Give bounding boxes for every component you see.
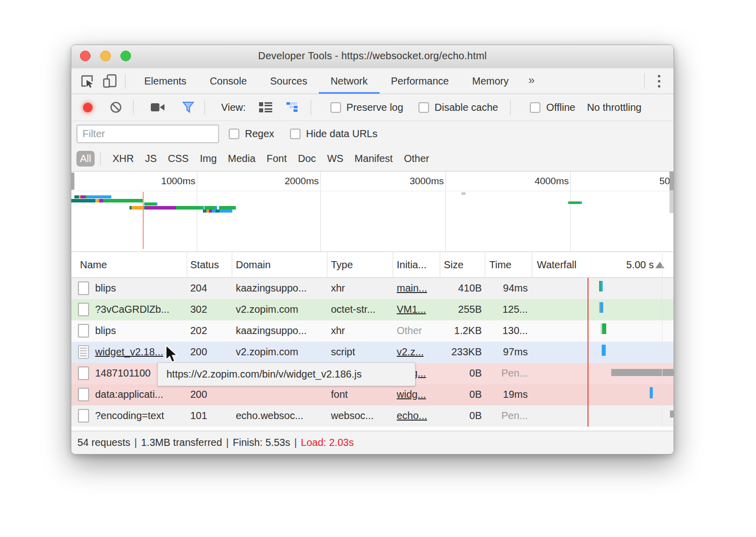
- tab-performance[interactable]: Performance: [380, 68, 461, 94]
- column-header-name[interactable]: Name: [80, 259, 107, 271]
- gridline: [197, 172, 197, 252]
- column-header-time[interactable]: Time: [489, 259, 512, 271]
- filter-type-img[interactable]: Img: [194, 151, 222, 167]
- waterfall-load-line: [587, 278, 589, 427]
- filter-type-css[interactable]: CSS: [162, 151, 194, 167]
- timing-bar-segment: [202, 206, 204, 210]
- tick-label: 3000ms: [393, 176, 444, 187]
- request-initiator[interactable]: echo...: [397, 410, 427, 422]
- divider: [125, 73, 125, 89]
- timing-bar-segment: [670, 410, 674, 418]
- column-header-initiator[interactable]: Initia...: [397, 259, 427, 271]
- column-header-waterfall[interactable]: Waterfall: [537, 259, 576, 271]
- request-name[interactable]: widget_v2.18...: [95, 346, 163, 358]
- column-header-domain[interactable]: Domain: [236, 259, 271, 271]
- request-size: 0B: [440, 389, 482, 400]
- devtools-menu-icon[interactable]: [658, 75, 660, 88]
- checkbox: [530, 102, 540, 113]
- filter-input[interactable]: [76, 125, 219, 143]
- waterfall-scale: 5.00 s: [626, 259, 664, 271]
- checkbox: [330, 102, 341, 113]
- tab-elements[interactable]: Elements: [133, 68, 198, 94]
- request-name: blips: [95, 282, 116, 294]
- column-header-size[interactable]: Size: [444, 259, 464, 271]
- timing-bar-segment: [216, 210, 220, 213]
- request-domain: kaazingsuppo...: [236, 282, 307, 294]
- checkbox: [229, 129, 239, 139]
- disable-cache-checkbox[interactable]: Disable cache: [418, 102, 498, 113]
- load-time: Load: 2.03s: [301, 437, 354, 448]
- request-initiator[interactable]: main...: [397, 282, 427, 294]
- divider: [100, 152, 101, 166]
- mouse-cursor: [164, 345, 181, 367]
- column-header-type[interactable]: Type: [331, 259, 353, 271]
- show-overview-icon[interactable]: [286, 102, 300, 112]
- timing-bar-segment: [132, 206, 143, 210]
- sort-arrow-icon: [655, 262, 664, 268]
- request-size: 0B: [440, 410, 482, 422]
- regex-checkbox[interactable]: Regex: [229, 128, 274, 140]
- capture-screenshots-icon[interactable]: [151, 103, 165, 112]
- table-row[interactable]: blips 204 kaazingsuppo... xhr main... 41…: [71, 278, 674, 299]
- filter-icon[interactable]: [182, 101, 194, 113]
- request-type: xhr: [331, 282, 345, 294]
- clear-icon[interactable]: [110, 101, 122, 113]
- throttling-selector[interactable]: No throttling: [587, 102, 642, 113]
- table-row[interactable]: ?encoding=text 101 echo.websoc... websoc…: [71, 405, 674, 427]
- filter-type-doc[interactable]: Doc: [292, 151, 322, 167]
- table-row[interactable]: ?3vCaGRDlZb... 302 v2.zopim.com octet-st…: [71, 299, 674, 320]
- device-toolbar-icon[interactable]: [103, 73, 118, 89]
- timing-bar-segment: [580, 201, 582, 204]
- summary-bar: 54 requests | 1.3MB transferred | Finish…: [71, 431, 674, 454]
- request-name: blips: [95, 325, 116, 337]
- tick-label: 1000ms: [145, 176, 195, 187]
- filter-type-other[interactable]: Other: [398, 151, 435, 167]
- timing-bar-segment: [611, 369, 674, 376]
- filter-type-ws[interactable]: WS: [321, 151, 349, 167]
- filter-type-manifest[interactable]: Manifest: [349, 151, 399, 167]
- request-size: 233KB: [440, 346, 482, 358]
- filter-type-font[interactable]: Font: [261, 151, 292, 167]
- request-initiator[interactable]: widg...: [397, 389, 426, 400]
- divider: [204, 100, 205, 115]
- filter-row: Regex Hide data URLs: [71, 121, 674, 146]
- more-tabs-button[interactable]: »: [520, 68, 542, 94]
- load-event-line: [143, 192, 144, 249]
- filter-type-media[interactable]: Media: [222, 151, 261, 167]
- overview-right-handle[interactable]: [669, 172, 674, 190]
- request-initiator[interactable]: VM1...: [397, 304, 426, 315]
- filter-type-xhr[interactable]: XHR: [107, 151, 139, 167]
- network-overview[interactable]: 1000ms 2000ms 3000ms 4000ms 50: [71, 172, 674, 252]
- request-time: 97ms: [485, 346, 528, 358]
- gridline: [445, 172, 446, 252]
- large-rows-icon[interactable]: [259, 102, 272, 112]
- timing-bar-segment: [219, 206, 236, 210]
- waterfall-gridline: [662, 254, 662, 427]
- request-domain: v2.zopim.com: [236, 346, 298, 358]
- overview-left-handle[interactable]: [71, 173, 74, 190]
- timing-bar-segment: [99, 199, 103, 202]
- request-status: 200: [190, 389, 207, 400]
- tab-network[interactable]: Network: [319, 68, 379, 94]
- table-row-error[interactable]: data:applicati... 200 font widg... 0B 19…: [71, 384, 674, 405]
- tab-console[interactable]: Console: [198, 68, 258, 94]
- table-row[interactable]: blips 202 kaazingsuppo... xhr Other 1.2K…: [71, 320, 674, 342]
- record-button[interactable]: [83, 103, 93, 112]
- preserve-log-checkbox[interactable]: Preserve log: [330, 102, 403, 113]
- timing-bar-segment: [650, 387, 653, 398]
- request-initiator[interactable]: v2.z...: [397, 346, 424, 358]
- tab-memory[interactable]: Memory: [460, 68, 520, 94]
- column-header-status[interactable]: Status: [190, 259, 219, 271]
- request-status: 101: [190, 410, 207, 422]
- hide-data-urls-checkbox[interactable]: Hide data URLs: [290, 128, 377, 140]
- filter-type-all[interactable]: All: [76, 151, 95, 167]
- request-time: 19ms: [485, 389, 528, 400]
- tab-sources[interactable]: Sources: [259, 68, 319, 94]
- inspect-element-icon[interactable]: [79, 73, 95, 89]
- file-icon: [78, 409, 89, 423]
- table-row-selected[interactable]: widget_v2.18... 200 v2.zopim.com script …: [71, 342, 674, 363]
- requests-table-body: blips 204 kaazingsuppo... xhr main... 41…: [71, 278, 674, 427]
- filter-type-js[interactable]: JS: [139, 151, 162, 167]
- offline-checkbox[interactable]: Offline: [530, 102, 575, 113]
- request-type: font: [331, 389, 348, 400]
